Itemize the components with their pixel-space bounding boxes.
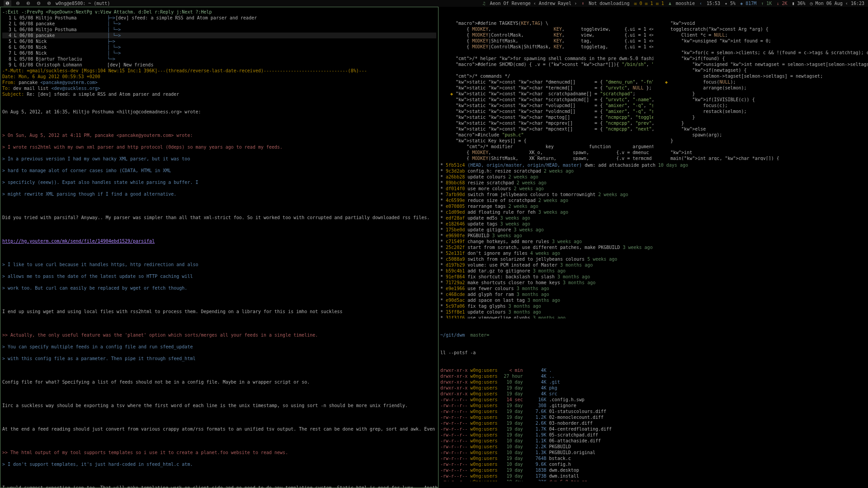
ls-row: -rw-r--r-- w0ng:users 19 day 2.6K 03-nob… (440, 420, 866, 426)
message-body[interactable]: On Aug 5, 2012, at 16:35, Hiltjo Posthum… (2, 97, 436, 488)
ls-row: -rw-r--r-- w0ng:users 14 sec 16K .config… (440, 397, 866, 403)
ls-row: drwxr-xr-x w0ng:users 10 day 4K .git (440, 379, 866, 385)
git-log-entry[interactable]: * 9c3d2ab config.h: resize scratchpad 2 … (440, 168, 866, 174)
git-log-entry[interactable]: * 91ef864 fix shortcut: backslash to sla… (440, 274, 866, 280)
ls-row: drwxr-xr-x w0ng:users 19 day 4K src (440, 391, 866, 397)
git-log-entry[interactable]: * 4c6599e reduce size of scratchpad 2 we… (440, 197, 866, 203)
git-log-entry[interactable]: * 175be0d update gitignore 3 weeks ago (440, 227, 866, 233)
download-icon: ⬇ (581, 0, 584, 6)
mutt-index-row[interactable]: 1 L 05/08 Hiltjo Posthuma ├─>[dev] sfeed… (2, 15, 436, 21)
ls-row: drwxr-xr-x w0ng:users < min 4K . (440, 367, 866, 373)
ls-row: -rw-r--r-- w0ng:users 19 day 1.7K 04-cen… (440, 426, 866, 432)
mutt-index-row[interactable]: 2 L 06/08 pancake │ └─> (2, 21, 436, 27)
git-log-entry[interactable]: * edf28af update md5s 3 weeks ago (440, 215, 866, 221)
ls-row: -rw-r--r-- w0ng:users 19 day 1.2K 02-mon… (440, 414, 866, 420)
parsifal-link[interactable]: http://hg.youterm.com/mk/send/file/14904… (2, 239, 155, 244)
message-headers: Date: Mon, 6 Aug 2012 00:59:53 +0200 Fro… (2, 74, 436, 97)
git-log-entry[interactable]: * b59c4b1 add tar.gz to gitignore 3 mont… (440, 268, 866, 274)
workspace-5[interactable]: ❺ (45, 0, 53, 6)
workspace-3[interactable]: ❸ (24, 0, 32, 6)
workspace-1[interactable]: ❶ (4, 0, 11, 6)
git-log-pane[interactable]: * 5fb51c4 (HEAD, origin/master, origin/H… (439, 160, 868, 319)
ls-row: drwxr-xr-x w0ng:users 27 hour 4K .. (440, 373, 866, 379)
ls-row: -rw-r--r-- w0ng:users 10 day 2.2K PKGBUI… (440, 444, 866, 450)
vim-pane-dwm[interactable]: "kw">void togglescratch("kw">const Arg *… (653, 7, 868, 160)
user-name: mooshie (676, 0, 695, 6)
git-log-entry[interactable]: * e070805 rearrange tags 2 weeks ago (440, 203, 866, 209)
net-up: ↑ 1K (761, 0, 772, 6)
ls-row: -rw-r--r-- w0ng:users 19 day 173B dwm.in… (440, 473, 866, 479)
vim-pane-config[interactable]: "macro">#define TAGKEYS(KEY,TAG) \ { MOD… (439, 7, 653, 160)
git-log-entry[interactable]: * e9690fe PKGBUILD 3 weeks ago (440, 233, 866, 239)
mem-status: ◈ 817M (740, 0, 756, 6)
mutt-status-bar: -*-Mutt: =gmail/suckless-dev [Msgs:104 N… (2, 68, 436, 74)
ls-row: -rw-r--r-- w0ng:users 19 day 7.6K 01-sta… (440, 408, 866, 414)
music-status: Aeon Of Revenge ‹ Andrew Rayel › (490, 0, 577, 6)
mutt-index-row[interactable]: 6 L 06/08 Nick │ └─> (2, 44, 436, 50)
git-log-entry[interactable]: * e90d5ac add space on last tag 3 months… (440, 297, 866, 303)
music-icon: ♫ (482, 0, 485, 6)
ls-row: -rw-r--r-- w0ng:users 10 day 1.3K PKGBUI… (440, 450, 866, 455)
mutt-index[interactable]: 1 L 05/08 Hiltjo Posthuma ├─>[dev] sfeed… (2, 15, 436, 68)
git-log-entry[interactable]: * e9e1966 use fewer colours 3 months ago (440, 286, 866, 291)
git-log-entry[interactable]: * 52e131f don't ignore any files 4 weeks… (440, 250, 866, 256)
mutt-help-bar: -:Exit -:PrevPg <PageDown>:NextPg v:View… (2, 9, 436, 15)
terminal-pane[interactable]: ~/git/dwm master= ll --potsf -a drwxr-xr… (439, 319, 868, 481)
workspace-2[interactable]: ❷ (14, 0, 22, 6)
mutt-index-row[interactable]: 3 L 06/08 Hiltjo Posthuma │ └─> (2, 27, 436, 33)
git-log-entry[interactable]: * 7afb90d switch from jellybeans colours… (440, 192, 866, 197)
window-title: w0ng@e8500: ~ (mutt) (56, 0, 110, 6)
git-log-entry[interactable]: * c71549f change hotkeys, add more rules… (440, 239, 866, 244)
ls-row: -rw-r--r-- w0ng:users 19 day 308 .gitign… (440, 403, 866, 408)
ls-row: -rw-r--r-- w0ng:users 19 day 183B dwm.de… (440, 467, 866, 473)
git-log-entry[interactable]: * c1d09ed add floating rule for feh 3 we… (440, 209, 866, 215)
mutt-index-row[interactable]: 8 L 05/08 Bjartur Thorlaciu └─> (2, 56, 436, 62)
git-log-entry[interactable]: * a26bb28 update colours 2 weeks ago (440, 174, 866, 180)
net-down: ↓ 2K (776, 0, 787, 6)
battery-status: ▮ 36% (792, 0, 805, 6)
mutt-index-row[interactable]: 9 L 01/08 Christoph Lohmann [dev] New fr… (2, 62, 436, 68)
download-status: Not downloading (589, 0, 629, 6)
time-separator: ‹ (699, 0, 702, 6)
workspace-4[interactable]: ❹ (35, 0, 42, 6)
git-log-entry[interactable]: * c468cde add glyph for ram 3 months ago (440, 291, 866, 297)
git-log-entry[interactable]: * df014f0 use more colours 2 weeks ago (440, 186, 866, 192)
mutt-index-row[interactable]: 4 L 06/08 pancake │ └─> (2, 33, 436, 38)
status-bar: ❶ ❷ ❸ ❹ ❺ w0ng@e8500: ~ (mutt) ♫ Aeon Of… (0, 0, 868, 7)
ls-row: -rw-r--r-- w0ng:users 19 day 1.9K 05-scr… (440, 432, 866, 438)
ls-row: -rw-r--r-- w0ng:users 19 day 764B bstack… (440, 455, 866, 461)
git-log-entry[interactable]: * 25c202f start from scratch, use differ… (440, 244, 866, 250)
ls-row: -rw-r--r-- w0ng:users 19 day 21K dwm-6.0… (440, 479, 866, 481)
git-log-entry[interactable]: * 89bbc68 resize scratchpad 2 weeks ago (440, 180, 866, 186)
time: 15:53 (707, 0, 720, 6)
date: ◷ Mon 06 Aug ‹ 16:23 (810, 0, 864, 6)
mutt-index-row[interactable]: 5 L 06/08 Nick ├─> (2, 38, 436, 44)
git-log-entry[interactable]: * c5088a9 switch from solarized to jelly… (440, 256, 866, 262)
git-log-entry[interactable]: * 15ff8e1 update colours 3 months ago (440, 309, 866, 315)
mutt-pane[interactable]: -:Exit -:PrevPg <PageDown>:NextPg v:View… (0, 7, 439, 488)
git-log-entry[interactable]: * 71729a2 make shortcuts closer to home … (440, 280, 866, 286)
git-log-entry[interactable]: * 5fb51c4 (HEAD, origin/master, origin/H… (440, 162, 866, 168)
cpu-status: ✦ 5% (725, 0, 736, 6)
git-log-entry[interactable]: * 31f31f6 use vimpowerline glyphs 3 mont… (440, 315, 866, 319)
ls-row: -rw-r--r-- w0ng:users 10 day 9.6K config… (440, 461, 866, 467)
mutt-index-row[interactable]: 7 L 06/08 Nick │ └─> (2, 50, 436, 56)
mail-status: ✉ 0 ✉ 1 ✉ 1 (634, 0, 664, 6)
git-log-entry[interactable]: * d197b29 volume: use PCM instead of Mas… (440, 262, 866, 268)
user-icon: ♟ (669, 0, 671, 6)
git-log-entry[interactable]: * 5c97a06 fix tag glyphs 3 months ago (440, 303, 866, 309)
ls-row: drwxr-xr-x w0ng:users 19 day 4K pkg (440, 385, 866, 391)
git-log-entry[interactable]: * e182646 update tags 3 weeks ago (440, 221, 866, 227)
ls-row: -rw-r--r-- w0ng:users 10 day 1.1K 06-att… (440, 438, 866, 444)
